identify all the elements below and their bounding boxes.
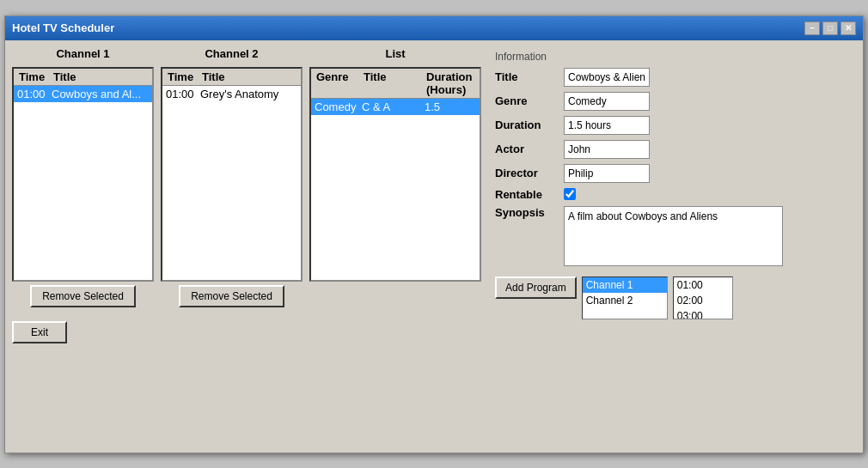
time-select[interactable]: 01:00 02:00 03:00	[673, 277, 733, 319]
channel-select-item[interactable]: Channel 1	[583, 277, 667, 293]
list-title-col: Title	[362, 70, 425, 96]
add-program-button[interactable]: Add Program	[495, 277, 577, 299]
title-input[interactable]	[564, 68, 650, 87]
director-row: Director	[495, 164, 849, 183]
info-panel: Information Title Genre Duration Actor D…	[488, 47, 856, 446]
channel1-remove-button[interactable]: Remove Selected	[30, 285, 136, 307]
channel1-header: Time Title	[14, 69, 152, 86]
synopsis-textarea[interactable]: A film about Cowboys and Aliens	[564, 206, 783, 266]
actor-input[interactable]	[564, 140, 650, 159]
genre-input[interactable]	[564, 92, 650, 111]
table-row[interactable]: 01:00 Grey's Anatomy	[162, 86, 301, 102]
synopsis-row: Synopsis A film about Cowboys and Aliens	[495, 206, 849, 266]
list-row-genre: Comedy	[315, 100, 362, 113]
list-header: Genre Title Duration (Hours)	[311, 69, 480, 99]
channel2-header: Time Title	[162, 69, 301, 86]
title-row: Title	[495, 68, 849, 87]
movie-list[interactable]: Genre Title Duration (Hours) Comedy C & …	[309, 67, 481, 282]
ch1-row-title: Cowboys and Al...	[52, 88, 149, 100]
info-section-label: Information	[495, 51, 849, 63]
panels-row: Channel 1 Time Title 01:00 Cowboys and A…	[12, 47, 481, 307]
ch2-title-col: Title	[200, 70, 297, 83]
list-genre-col: Genre	[315, 70, 362, 96]
title-label: Title	[495, 70, 564, 83]
rentable-checkbox[interactable]	[564, 188, 576, 200]
list-title: List	[385, 47, 405, 60]
exit-row: Exit	[12, 314, 481, 343]
channel2-list[interactable]: Time Title 01:00 Grey's Anatomy	[161, 67, 303, 282]
ch1-time-col: Time	[17, 70, 52, 83]
window-controls: – □ ✕	[804, 21, 856, 35]
time-select-item[interactable]: 02:00	[674, 293, 732, 308]
list-row-title: C & A	[362, 100, 425, 113]
ch2-time-col: Time	[166, 70, 200, 83]
exit-button[interactable]: Exit	[12, 321, 67, 343]
maximize-button[interactable]: □	[822, 21, 838, 35]
table-row[interactable]: 01:00 Cowboys and Al...	[14, 86, 152, 102]
ch1-title-col: Title	[52, 70, 149, 83]
channel1-list[interactable]: Time Title 01:00 Cowboys and Al...	[12, 67, 154, 282]
duration-label: Duration	[495, 119, 564, 131]
list-item[interactable]: Comedy C & A 1.5	[311, 99, 480, 115]
add-program-row: Add Program Channel 1 Channel 2 01:00 02…	[495, 277, 849, 319]
actor-row: Actor	[495, 140, 849, 159]
director-label: Director	[495, 167, 564, 179]
duration-input[interactable]	[564, 116, 650, 135]
minimize-button[interactable]: –	[804, 21, 820, 35]
time-select-item[interactable]: 03:00	[674, 308, 732, 319]
genre-row: Genre	[495, 92, 849, 111]
main-window: Hotel TV Scheduler – □ ✕ Channel 1 Time …	[4, 15, 864, 453]
ch2-row-time: 01:00	[166, 88, 200, 100]
actor-label: Actor	[495, 143, 564, 155]
rentable-row: Rentable	[495, 188, 849, 201]
director-input[interactable]	[564, 164, 650, 183]
channel-select-item[interactable]: Channel 2	[583, 293, 667, 308]
channel-select[interactable]: Channel 1 Channel 2	[582, 277, 668, 319]
channel1-wrap: Channel 1 Time Title 01:00 Cowboys and A…	[12, 47, 154, 307]
list-duration-col: Duration (Hours)	[425, 70, 476, 96]
rentable-label: Rentable	[495, 188, 564, 201]
channel2-remove-button[interactable]: Remove Selected	[179, 285, 284, 307]
left-section: Channel 1 Time Title 01:00 Cowboys and A…	[12, 47, 481, 446]
title-bar: Hotel TV Scheduler – □ ✕	[5, 16, 863, 40]
duration-row: Duration	[495, 116, 849, 135]
time-select-item[interactable]: 01:00	[674, 277, 732, 293]
main-content: Channel 1 Time Title 01:00 Cowboys and A…	[5, 40, 863, 453]
synopsis-label: Synopsis	[495, 206, 564, 219]
close-button[interactable]: ✕	[840, 21, 856, 35]
list-row-duration: 1.5	[425, 100, 476, 113]
list-wrap: List Genre Title Duration (Hours) Comedy…	[309, 47, 481, 307]
channel1-title: Channel 1	[56, 47, 109, 60]
channel2-title: Channel 2	[205, 47, 258, 60]
genre-label: Genre	[495, 94, 564, 107]
window-title: Hotel TV Scheduler	[12, 21, 114, 34]
ch2-row-title: Grey's Anatomy	[200, 88, 297, 100]
ch1-row-time: 01:00	[17, 88, 52, 100]
channel2-wrap: Channel 2 Time Title 01:00 Grey's Anatom…	[161, 47, 303, 307]
